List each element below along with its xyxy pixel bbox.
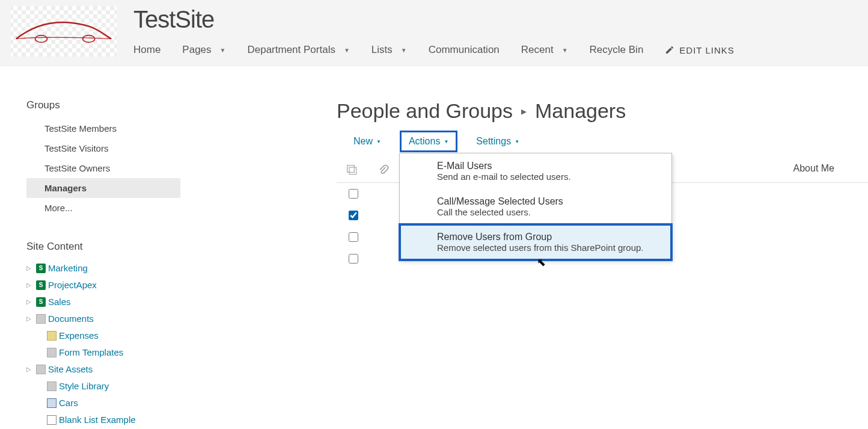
page-title: People and Groups ▸ Managers — [337, 99, 868, 123]
tree-item-site-assets[interactable]: ▷Site Assets — [26, 361, 180, 378]
site-content-tree: ▷SMarketing ▷SProjectApex ▷SSales ▷Docum… — [26, 260, 180, 428]
breadcrumb-separator-icon: ▸ — [521, 105, 527, 118]
main: People and Groups ▸ Managers About Me Ne… — [180, 99, 868, 428]
chevron-down-icon: ▼ — [344, 47, 350, 54]
select-all-icon[interactable] — [346, 164, 358, 176]
dropdown-remove-users[interactable]: Remove Users from Group Remove selected … — [400, 224, 671, 260]
toolbar: New▼ Actions▼ Settings▼ E-Mail Users Sen… — [337, 123, 868, 158]
svg-rect-2 — [347, 165, 355, 172]
tree-item-form-templates[interactable]: Form Templates — [26, 344, 180, 361]
content: Groups TestSite Members TestSite Visitor… — [0, 66, 868, 428]
svg-point-0 — [35, 35, 47, 43]
list-icon — [47, 415, 57, 425]
document-library-icon — [47, 348, 57, 357]
sidebar: Groups TestSite Members TestSite Visitor… — [0, 99, 180, 428]
site-content-heading: Site Content — [26, 241, 180, 253]
nav-communication[interactable]: Communication — [429, 44, 500, 56]
actions-dropdown: E-Mail Users Send an e-mail to selected … — [399, 153, 672, 261]
site-title[interactable]: TestSite — [133, 6, 857, 33]
nav-pages[interactable]: Pages▼ — [182, 44, 225, 56]
new-button[interactable]: New▼ — [347, 134, 387, 149]
attachment-icon[interactable] — [377, 164, 390, 176]
top-nav: Home Pages▼ Department Portals▼ Lists▼ C… — [133, 40, 857, 56]
dropdown-caret-icon: ▼ — [515, 139, 519, 144]
actions-button[interactable]: Actions▼ — [403, 134, 454, 149]
svg-rect-3 — [349, 167, 356, 174]
row-checkbox[interactable] — [349, 211, 358, 220]
sharepoint-site-icon: S — [36, 264, 46, 273]
nav-department-portals[interactable]: Department Portals▼ — [247, 44, 349, 56]
tree-item-marketing[interactable]: ▷SMarketing — [26, 260, 180, 277]
settings-button[interactable]: Settings▼ — [470, 134, 525, 149]
edit-links-button[interactable]: EDIT LINKS — [665, 45, 734, 55]
row-checkbox[interactable] — [349, 232, 358, 242]
pencil-icon — [665, 45, 674, 55]
sidebar-group-visitors[interactable]: TestSite Visitors — [26, 138, 180, 158]
breadcrumb-parent[interactable]: People and Groups — [337, 99, 513, 123]
dropdown-caret-icon: ▼ — [376, 139, 381, 144]
sharepoint-site-icon: S — [36, 280, 46, 290]
nav-home[interactable]: Home — [133, 44, 160, 56]
nav-recycle-bin[interactable]: Recycle Bin — [590, 44, 644, 56]
tree-item-documents[interactable]: ▷Documents — [26, 310, 180, 327]
breadcrumb-current: Managers — [535, 99, 626, 123]
dropdown-email-users[interactable]: E-Mail Users Send an e-mail to selected … — [400, 153, 671, 189]
tree-item-style-library[interactable]: Style Library — [26, 378, 180, 395]
dropdown-call-users[interactable]: Call/Message Selected Users Call the sel… — [400, 189, 671, 224]
chevron-down-icon: ▼ — [220, 47, 226, 54]
chevron-down-icon: ▼ — [562, 47, 568, 54]
header: TestSite Home Pages▼ Department Portals▼… — [0, 0, 868, 66]
svg-point-1 — [83, 35, 95, 43]
expand-icon[interactable]: ▷ — [26, 278, 34, 292]
nav-lists[interactable]: Lists▼ — [371, 44, 407, 56]
tree-item-expenses[interactable]: Expenses — [26, 327, 180, 344]
header-right: TestSite Home Pages▼ Department Portals▼… — [133, 6, 857, 56]
document-library-icon — [36, 314, 46, 324]
tree-item-blank-list[interactable]: Blank List Example — [26, 412, 180, 428]
sidebar-group-more[interactable]: More... — [26, 198, 180, 218]
document-library-icon — [36, 365, 46, 374]
site-logo[interactable] — [11, 6, 117, 57]
tree-item-sales[interactable]: ▷SSales — [26, 294, 180, 310]
expand-icon[interactable]: ▷ — [26, 312, 34, 326]
row-checkbox[interactable] — [349, 189, 358, 199]
sidebar-group-managers[interactable]: Managers — [26, 178, 180, 198]
sidebar-group-owners[interactable]: TestSite Owners — [26, 158, 180, 178]
groups-list: TestSite Members TestSite Visitors TestS… — [26, 119, 180, 218]
expand-icon[interactable]: ▷ — [26, 261, 34, 276]
sidebar-group-members[interactable]: TestSite Members — [26, 119, 180, 138]
folder-icon — [47, 331, 57, 341]
expand-icon[interactable]: ▷ — [26, 362, 34, 377]
row-checkbox[interactable] — [349, 254, 358, 264]
tree-item-projectapex[interactable]: ▷SProjectApex — [26, 277, 180, 294]
sharepoint-site-icon: S — [36, 297, 46, 307]
expand-icon[interactable]: ▷ — [26, 295, 34, 309]
chevron-down-icon: ▼ — [401, 47, 407, 54]
nav-recent[interactable]: Recent▼ — [521, 44, 568, 56]
dropdown-caret-icon: ▼ — [444, 139, 448, 144]
car-logo-icon — [13, 16, 115, 46]
tree-item-cars[interactable]: Cars — [26, 395, 180, 412]
picture-library-icon — [47, 398, 57, 408]
groups-heading: Groups — [26, 99, 180, 111]
document-library-icon — [47, 381, 57, 391]
